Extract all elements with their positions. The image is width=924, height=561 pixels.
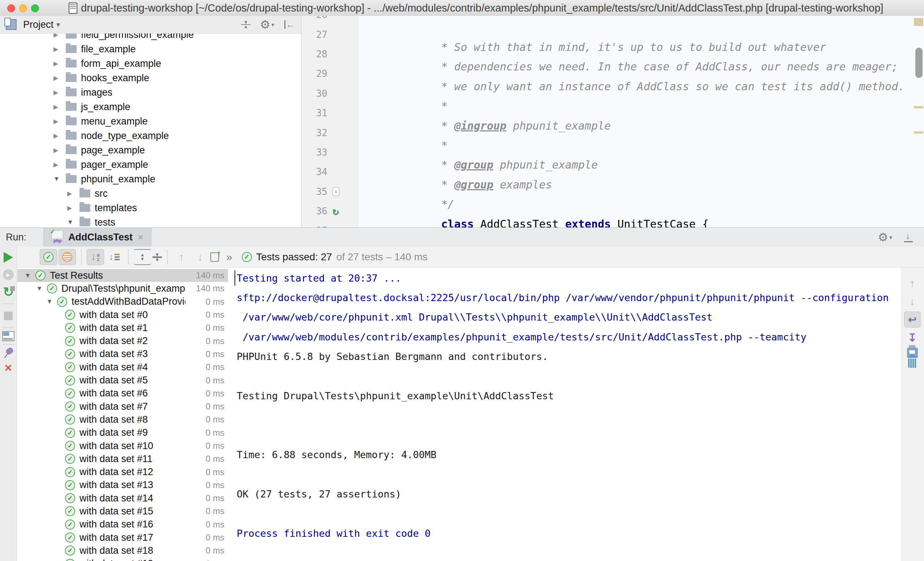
pin-tab-toggle[interactable] bbox=[3, 348, 14, 359]
disclosure-triangle-icon[interactable] bbox=[54, 132, 66, 140]
sort-by-duration-button[interactable] bbox=[105, 249, 123, 265]
test-case-row[interactable]: with data set #3 0 ms bbox=[17, 348, 228, 361]
editor-scrollbar-thumb[interactable] bbox=[915, 48, 922, 78]
show-ignored-toggle[interactable] bbox=[58, 249, 76, 265]
test-case-row[interactable]: with data set #16 0 ms bbox=[17, 518, 228, 531]
project-tree-row[interactable]: hooks_example bbox=[0, 71, 301, 85]
run-test-gutter-icon[interactable]: ↻ bbox=[333, 206, 339, 217]
folder-name[interactable]: templates bbox=[94, 202, 137, 214]
minimize-window-button[interactable] bbox=[19, 4, 27, 12]
project-tree-row[interactable]: templates bbox=[0, 201, 301, 215]
run-settings-button[interactable]: ⚙ ▾ bbox=[878, 231, 892, 243]
collapse-arrow-icon[interactable] bbox=[25, 272, 35, 280]
test-case-row[interactable]: with data set #13 0 ms bbox=[17, 479, 228, 492]
run-tab[interactable]: php ✓ AddClassTest × bbox=[44, 228, 152, 247]
test-case-row[interactable]: with data set #17 0 ms bbox=[17, 531, 228, 544]
project-tree-row[interactable]: node_type_example bbox=[0, 129, 301, 143]
close-panel-button[interactable] bbox=[0, 359, 16, 377]
next-occurrence-button[interactable] bbox=[904, 293, 921, 310]
rerun-tests-button[interactable] bbox=[0, 249, 16, 266]
chevron-down-icon[interactable]: ▾ bbox=[56, 20, 60, 29]
project-tree-row[interactable]: js_example bbox=[0, 100, 301, 114]
sort-alphabetically-toggle[interactable] bbox=[87, 249, 104, 265]
folder-name[interactable]: file_example bbox=[81, 44, 136, 55]
rerun-failed-tests-button[interactable] bbox=[0, 266, 16, 283]
test-case-row[interactable]: with data set #9 0 ms bbox=[17, 426, 228, 439]
project-tree-row[interactable]: tests bbox=[0, 215, 301, 227]
project-settings-button[interactable]: ⚙ ▾ bbox=[260, 19, 274, 30]
project-tree-row[interactable]: pager_example bbox=[0, 157, 301, 172]
test-case-row[interactable]: with data set #18 0 ms bbox=[17, 544, 228, 557]
zoom-window-button[interactable] bbox=[31, 4, 39, 12]
disclosure-triangle-icon[interactable] bbox=[54, 45, 66, 53]
disclosure-triangle-icon[interactable] bbox=[67, 219, 80, 226]
disclosure-triangle-icon[interactable] bbox=[54, 147, 66, 154]
collapse-arrow-icon[interactable] bbox=[36, 285, 47, 292]
folder-name[interactable]: page_example bbox=[81, 145, 145, 156]
folder-name[interactable]: pager_example bbox=[81, 159, 148, 171]
test-case-row[interactable]: with data set #4 0 ms bbox=[17, 361, 228, 374]
folder-name[interactable]: src bbox=[94, 188, 108, 199]
project-tree-row[interactable]: file_example bbox=[0, 42, 301, 56]
disclosure-triangle-icon[interactable] bbox=[54, 60, 66, 67]
project-panel-title[interactable]: Project bbox=[23, 19, 54, 30]
code-editor[interactable]: 26 ↻ 27 ↻ bbox=[302, 16, 924, 227]
collapse-arrow-icon[interactable] bbox=[46, 298, 57, 305]
fold-icon[interactable] bbox=[333, 187, 339, 196]
test-case-row[interactable]: with data set #12 0 ms bbox=[17, 465, 228, 478]
import-test-results-button[interactable] bbox=[210, 252, 219, 262]
folder-name[interactable]: node_type_example bbox=[81, 130, 169, 142]
test-case-row[interactable]: with data set #11 0 ms bbox=[17, 452, 228, 465]
test-results-tree[interactable]: Test Results 140 ms Drupal\Tests\phpunit… bbox=[17, 268, 228, 561]
folder-name[interactable]: form_api_example bbox=[81, 58, 161, 69]
next-failed-test-button[interactable] bbox=[192, 249, 209, 265]
scroll-from-source-icon[interactable] bbox=[241, 20, 250, 29]
project-tree-row[interactable]: src bbox=[0, 186, 301, 201]
test-method-row[interactable]: testAddWithBadDataProvid 0 ms bbox=[17, 295, 228, 308]
test-case-row[interactable]: with data set #0 0 ms bbox=[17, 308, 228, 321]
project-tree-row[interactable]: menu_example bbox=[0, 114, 301, 129]
disclosure-triangle-icon[interactable] bbox=[67, 190, 80, 197]
prev-occurrence-button[interactable] bbox=[904, 275, 921, 291]
test-case-row[interactable]: with data set #1 0 ms bbox=[17, 321, 228, 334]
show-passed-toggle[interactable] bbox=[40, 249, 57, 265]
test-case-row[interactable]: with data set #2 0 ms bbox=[17, 334, 228, 347]
disclosure-triangle-icon[interactable] bbox=[67, 204, 80, 212]
test-case-row[interactable]: with data set #14 0 ms bbox=[17, 492, 228, 505]
project-tree-row[interactable]: form_api_example bbox=[0, 56, 301, 71]
project-tree[interactable]: field_permission_example file_example fo… bbox=[0, 33, 301, 227]
test-case-row[interactable]: with data set #5 0 ms bbox=[17, 374, 228, 387]
hide-panel-icon[interactable] bbox=[903, 232, 914, 242]
toggle-auto-test-button[interactable] bbox=[0, 283, 16, 301]
collapse-all-button[interactable] bbox=[153, 249, 162, 265]
folder-name[interactable]: menu_example bbox=[81, 116, 148, 127]
disclosure-triangle-icon[interactable] bbox=[54, 118, 66, 125]
folder-name[interactable]: field_permission_example bbox=[81, 33, 194, 40]
test-case-row[interactable]: with data set #10 0 ms bbox=[17, 439, 228, 452]
disclosure-triangle-icon[interactable] bbox=[54, 103, 66, 111]
project-tree-row[interactable]: page_example bbox=[0, 143, 301, 157]
disclosure-triangle-icon[interactable] bbox=[54, 161, 66, 169]
test-case-row[interactable]: with data set #19 0 ms bbox=[17, 557, 228, 561]
expand-all-button[interactable] bbox=[134, 249, 151, 265]
folder-name[interactable]: images bbox=[81, 87, 112, 98]
disclosure-triangle-icon[interactable] bbox=[54, 89, 66, 96]
folder-name[interactable]: phpunit_example bbox=[81, 174, 155, 185]
close-tab-icon[interactable]: × bbox=[138, 232, 143, 243]
folder-name[interactable]: js_example bbox=[81, 102, 130, 113]
clear-all-button[interactable] bbox=[908, 359, 917, 368]
project-tree-row[interactable]: field_permission_example bbox=[0, 33, 301, 42]
folder-name[interactable]: tests bbox=[94, 217, 115, 228]
scroll-to-end-button[interactable] bbox=[904, 330, 921, 346]
test-case-row[interactable]: with data set #6 0 ms bbox=[17, 387, 228, 400]
stop-button[interactable] bbox=[0, 307, 16, 325]
folder-name[interactable]: hooks_example bbox=[81, 73, 149, 84]
test-case-row[interactable]: with data set #15 0 ms bbox=[17, 505, 228, 518]
test-results-root-row[interactable]: Test Results 140 ms bbox=[17, 269, 228, 282]
project-tree-row[interactable]: images bbox=[0, 85, 301, 100]
hide-panel-icon[interactable] bbox=[284, 19, 294, 30]
test-case-row[interactable]: with data set #8 0 ms bbox=[17, 413, 228, 426]
restore-layout-button[interactable] bbox=[2, 331, 15, 341]
disclosure-triangle-icon[interactable] bbox=[54, 175, 66, 183]
previous-failed-test-button[interactable] bbox=[173, 249, 190, 265]
